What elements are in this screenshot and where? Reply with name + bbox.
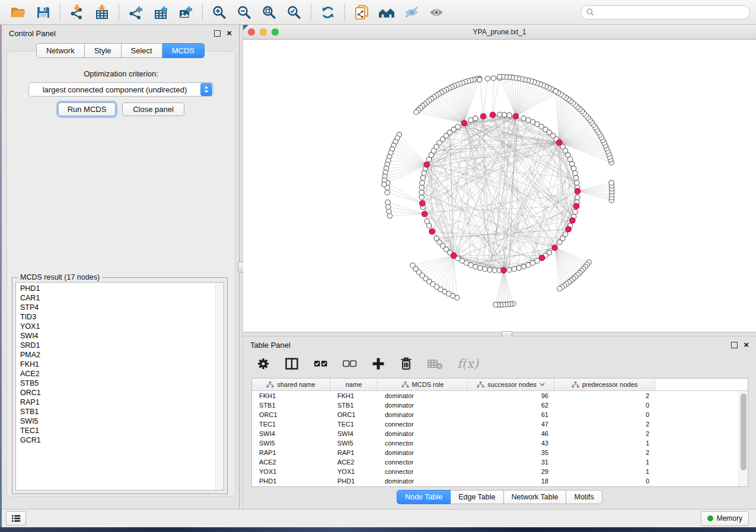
network-titlebar[interactable]: YPA_prune.txt_1 (243, 25, 756, 40)
mcds-result-node[interactable]: STP4 (20, 303, 224, 312)
column-header-MCDS-role[interactable]: MCDS role (378, 379, 468, 390)
network-node[interactable] (473, 264, 478, 269)
mcds-hub-node[interactable] (451, 253, 457, 259)
mcds-result-list[interactable]: PHD1CAR1STP4TID3YOX1SWI4SRD1PMA2FKH1ACE2… (15, 282, 224, 491)
criterion-dropdown[interactable]: largest connected component (undirected) (28, 82, 213, 97)
show-panels-button[interactable] (6, 511, 26, 525)
network-node[interactable] (521, 116, 526, 121)
mcds-hub-node[interactable] (566, 226, 572, 232)
mcds-result-node[interactable]: YOX1 (20, 322, 224, 331)
network-node[interactable] (557, 286, 562, 291)
network-node[interactable] (387, 209, 391, 214)
network-node[interactable] (419, 185, 424, 190)
column-header-name[interactable]: name (330, 379, 378, 390)
network-node[interactable] (410, 263, 415, 268)
export-image-button[interactable] (173, 2, 198, 23)
network-node[interactable] (570, 161, 575, 166)
show-all-button[interactable] (424, 2, 449, 23)
network-node[interactable] (521, 264, 526, 269)
table-row[interactable]: FKH1FKH1dominator962 (252, 391, 748, 400)
network-node[interactable] (387, 213, 392, 218)
import-table-button[interactable] (90, 2, 114, 23)
close-panel-icon[interactable]: × (227, 30, 232, 36)
table-scrollbar-thumb[interactable] (741, 393, 747, 470)
tab-network[interactable]: Network (36, 43, 85, 58)
table-row[interactable]: ACE2ACE2connector311 (252, 457, 748, 467)
network-node[interactable] (512, 267, 516, 271)
network-node[interactable] (507, 113, 512, 117)
table-row[interactable]: STB1STB1dominator620 (252, 400, 748, 410)
mcds-result-node[interactable]: RAP1 (20, 398, 224, 407)
table-row[interactable]: YOX1YOX1connector291 (252, 467, 748, 476)
duplicate-network-button[interactable] (349, 2, 374, 23)
zoom-selected-button[interactable] (282, 2, 307, 23)
table-row[interactable]: TEC1TEC1connector472 (252, 419, 748, 429)
mcds-hub-node[interactable] (575, 188, 580, 194)
network-node[interactable] (497, 74, 502, 79)
tab-select[interactable]: Select (122, 43, 162, 58)
table-row[interactable]: PHD1PHD1dominator180 (252, 476, 748, 486)
search-input[interactable] (598, 8, 744, 17)
mcds-result-node[interactable]: GCR1 (20, 435, 224, 445)
tab-mcds[interactable]: MCDS (162, 43, 205, 58)
tab-style[interactable]: Style (85, 43, 122, 58)
network-node[interactable] (497, 112, 502, 117)
network-node[interactable] (385, 190, 390, 195)
show-columns-button[interactable] (284, 355, 299, 373)
table-settings-button[interactable] (256, 355, 270, 373)
close-table-panel-icon[interactable]: × (744, 342, 749, 348)
network-node[interactable] (468, 117, 473, 122)
zoom-in-button[interactable] (207, 2, 232, 23)
delete-row-button[interactable] (399, 355, 413, 373)
network-node[interactable] (381, 182, 386, 187)
mcds-hub-node[interactable] (490, 112, 496, 118)
network-node[interactable] (553, 89, 558, 94)
network-node[interactable] (483, 267, 487, 271)
network-node[interactable] (526, 262, 531, 267)
network-node[interactable] (422, 171, 426, 175)
network-node[interactable] (492, 268, 497, 273)
float-table-panel-icon[interactable] (731, 342, 738, 348)
mcds-hub-node[interactable] (424, 162, 430, 168)
tab-node-table[interactable]: Node Table (397, 490, 451, 504)
export-table-button[interactable] (148, 2, 173, 23)
network-node[interactable] (575, 195, 580, 200)
hide-selected-button[interactable] (399, 2, 424, 23)
network-node[interactable] (502, 112, 507, 117)
mcds-hub-node[interactable] (461, 120, 467, 126)
tab-motifs[interactable]: Motifs (566, 490, 602, 504)
network-node[interactable] (487, 267, 492, 272)
network-node[interactable] (493, 302, 498, 307)
network-node[interactable] (571, 166, 576, 171)
mcds-hub-node[interactable] (552, 245, 558, 251)
network-node[interactable] (425, 219, 429, 223)
network-node[interactable] (516, 265, 521, 270)
column-header-successor-nodes[interactable]: successor nodes (468, 379, 554, 390)
refresh-button[interactable] (315, 2, 340, 23)
export-network-button[interactable] (123, 2, 148, 23)
memory-button[interactable]: Memory (701, 511, 749, 526)
deselect-all-button[interactable] (342, 355, 358, 373)
network-node[interactable] (385, 200, 390, 204)
zoom-out-button[interactable] (232, 2, 257, 23)
mcds-hub-node[interactable] (539, 255, 545, 261)
table-row[interactable]: SWI5SWI5connector431 (252, 438, 748, 448)
network-node[interactable] (478, 265, 483, 270)
network-node[interactable] (386, 204, 391, 209)
float-panel-icon[interactable] (214, 30, 221, 37)
network-canvas[interactable] (243, 40, 756, 332)
mcds-result-node[interactable]: TID3 (20, 312, 224, 322)
save-session-button[interactable] (31, 2, 56, 23)
network-node[interactable] (419, 195, 424, 200)
network-node[interactable] (477, 77, 482, 82)
panel-divider[interactable] (239, 25, 243, 509)
network-node[interactable] (414, 110, 419, 114)
network-node[interactable] (485, 76, 490, 81)
network-node[interactable] (491, 76, 496, 81)
open-session-button[interactable] (6, 2, 31, 23)
network-node[interactable] (557, 240, 562, 245)
mcds-result-node[interactable]: SRD1 (20, 341, 224, 350)
mcds-hub-node[interactable] (570, 217, 576, 223)
network-node[interactable] (420, 175, 425, 180)
tab-edge-table[interactable]: Edge Table (451, 490, 503, 504)
